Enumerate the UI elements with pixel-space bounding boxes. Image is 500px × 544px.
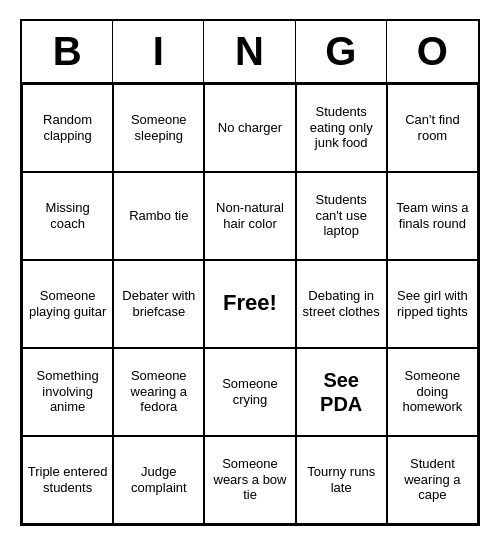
header-letter: B	[22, 21, 113, 82]
bingo-cell: Missing coach	[22, 172, 113, 260]
bingo-cell: Students can't use laptop	[296, 172, 387, 260]
bingo-cell: Someone wears a bow tie	[204, 436, 295, 524]
bingo-cell: Judge complaint	[113, 436, 204, 524]
bingo-cell: No charger	[204, 84, 295, 172]
bingo-cell: Debater with briefcase	[113, 260, 204, 348]
bingo-cell: Someone playing guitar	[22, 260, 113, 348]
bingo-cell: Free!	[204, 260, 295, 348]
bingo-cell: Someone wearing a fedora	[113, 348, 204, 436]
bingo-card: BINGO Random clappingSomeone sleepingNo …	[20, 19, 480, 526]
bingo-cell: Someone crying	[204, 348, 295, 436]
bingo-cell: Non-natural hair color	[204, 172, 295, 260]
bingo-cell: Rambo tie	[113, 172, 204, 260]
bingo-header: BINGO	[22, 21, 478, 84]
bingo-grid: Random clappingSomeone sleepingNo charge…	[22, 84, 478, 524]
header-letter: I	[113, 21, 204, 82]
bingo-cell: See PDA	[296, 348, 387, 436]
bingo-cell: Something involving anime	[22, 348, 113, 436]
bingo-cell: Tourny runs late	[296, 436, 387, 524]
bingo-cell: See girl with ripped tights	[387, 260, 478, 348]
bingo-cell: Student wearing a cape	[387, 436, 478, 524]
bingo-cell: Random clapping	[22, 84, 113, 172]
bingo-cell: Triple entered students	[22, 436, 113, 524]
bingo-cell: Can't find room	[387, 84, 478, 172]
header-letter: N	[204, 21, 295, 82]
bingo-cell: Debating in street clothes	[296, 260, 387, 348]
bingo-cell: Someone sleeping	[113, 84, 204, 172]
header-letter: G	[296, 21, 387, 82]
header-letter: O	[387, 21, 478, 82]
bingo-cell: Team wins a finals round	[387, 172, 478, 260]
bingo-cell: Students eating only junk food	[296, 84, 387, 172]
bingo-cell: Someone doing homework	[387, 348, 478, 436]
